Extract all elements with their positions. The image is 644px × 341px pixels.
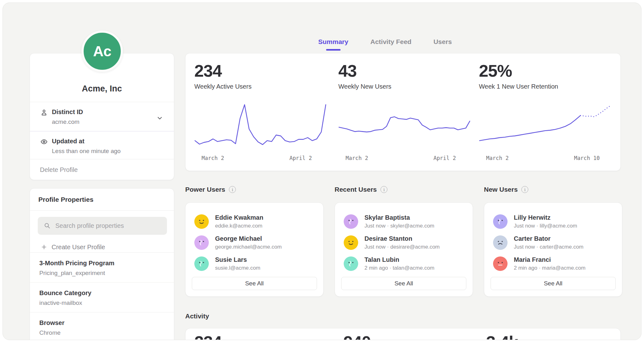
info-icon[interactable]: i bbox=[521, 186, 528, 193]
chart-x-axis: March 2 April 2 bbox=[194, 155, 326, 164]
info-icon[interactable]: i bbox=[380, 186, 387, 193]
user-row[interactable]: Susie Lars susie.l@acme.com bbox=[194, 253, 323, 274]
axis-tick: March 2 bbox=[486, 155, 509, 161]
power-users-card: Eddie Kwakman eddie.k@acme.com George Mi… bbox=[185, 202, 324, 297]
new-users-header: New Users i bbox=[484, 186, 622, 193]
property-name: Bounce Category bbox=[39, 289, 166, 297]
property-value: Pricing_plan_experiment bbox=[39, 270, 166, 277]
property-value: Chrome bbox=[39, 329, 166, 336]
activity-card: 234 940 3.4k bbox=[185, 328, 621, 340]
property-row: Browser Chrome bbox=[30, 312, 174, 340]
user-avatar bbox=[344, 235, 358, 250]
user-avatar bbox=[493, 214, 508, 229]
user-row[interactable]: Maria Franci 2 min ago · maria@acme.com bbox=[493, 253, 622, 274]
activity-stat: 3.4k bbox=[486, 332, 518, 340]
see-all-button[interactable]: See All bbox=[491, 277, 616, 290]
user-name: George Michael bbox=[215, 235, 282, 242]
user-detail: Just now · lilly@acme.com bbox=[514, 223, 577, 229]
property-name: Browser bbox=[39, 319, 166, 327]
user-row[interactable]: Lilly Herwitz Just now · lilly@acme.com bbox=[493, 211, 622, 232]
tab-summary[interactable]: Summary bbox=[318, 38, 348, 51]
user-name: Desirae Stanton bbox=[364, 235, 440, 242]
user-row[interactable]: Talan Lubin 2 min ago · talan@acme.com bbox=[344, 253, 473, 274]
stat-label: Weekly New Users bbox=[338, 83, 470, 90]
see-all-button[interactable]: See All bbox=[192, 277, 317, 290]
user-row[interactable]: Skylar Baptista Just now · skyler@acme.c… bbox=[344, 211, 473, 232]
summary-stats-card: 234 Weekly Active Users March 2 April 2 … bbox=[185, 53, 621, 171]
axis-tick: March 10 bbox=[574, 155, 600, 161]
activity-stat: 234 bbox=[194, 332, 222, 340]
user-name: Lilly Herwitz bbox=[514, 214, 577, 221]
user-detail: susie.l@acme.com bbox=[215, 265, 260, 271]
updated-at-row: Updated at Less than one minute ago bbox=[30, 131, 174, 159]
face-icon bbox=[197, 217, 206, 226]
see-all-button[interactable]: See All bbox=[341, 277, 466, 290]
distinct-id-value: acme.com bbox=[52, 118, 166, 125]
create-user-profile-label: Create User Profile bbox=[52, 244, 105, 251]
user-name: Eddie Kwakman bbox=[215, 214, 263, 221]
user-detail: eddie.k@acme.com bbox=[215, 223, 263, 229]
weekly-new-users-chart bbox=[338, 102, 470, 152]
profile-card: Acme, Inc Distinct ID acme.com Updated a… bbox=[30, 53, 174, 180]
person-icon bbox=[40, 109, 48, 116]
distinct-id-row: Distinct ID acme.com bbox=[30, 102, 174, 131]
user-avatar bbox=[194, 235, 209, 250]
activity-stat: 940 bbox=[343, 332, 371, 340]
user-detail: Just now · carter@acme.com bbox=[514, 244, 583, 250]
user-row[interactable]: Carter Bator Just now · carter@acme.com bbox=[493, 232, 622, 253]
power-users-header: Power Users i bbox=[185, 186, 324, 193]
user-name: Susie Lars bbox=[215, 256, 260, 263]
user-name: Carter Bator bbox=[514, 235, 583, 242]
profile-properties-card: Profile Properties Create User Profile 3… bbox=[30, 188, 174, 340]
face-icon bbox=[346, 217, 356, 226]
stat-number: 234 bbox=[194, 62, 326, 79]
tab-users[interactable]: Users bbox=[433, 38, 452, 51]
info-icon[interactable]: i bbox=[229, 186, 236, 193]
user-name: Talan Lubin bbox=[364, 256, 434, 263]
retention-chart bbox=[479, 102, 611, 152]
axis-tick: April 2 bbox=[289, 155, 312, 161]
weekly-new-users-stat: 43 Weekly New Users March 2 April 2 bbox=[338, 62, 470, 164]
recent-users-card: Skylar Baptista Just now · skyler@acme.c… bbox=[335, 202, 473, 297]
user-avatar bbox=[344, 256, 358, 271]
retention-stat: 25% Week 1 New User Retention March 2 Ma… bbox=[479, 62, 611, 164]
weekly-active-users-stat: 234 Weekly Active Users March 2 April 2 bbox=[194, 62, 326, 164]
distinct-id-label: Distinct ID bbox=[52, 108, 166, 116]
stat-label: Week 1 New User Retention bbox=[479, 83, 611, 90]
property-name: 3-Month Pricing Program bbox=[39, 260, 166, 267]
section-title: Recent Users bbox=[335, 186, 377, 193]
chevron-down-icon[interactable] bbox=[156, 115, 163, 122]
activity-title: Activity bbox=[185, 312, 209, 320]
user-row[interactable]: George Michael george.michael@acme.com bbox=[194, 232, 323, 253]
user-avatar bbox=[493, 235, 508, 250]
profile-properties-title: Profile Properties bbox=[30, 189, 174, 211]
recent-users-header: Recent Users i bbox=[335, 186, 473, 193]
user-avatar bbox=[194, 256, 209, 271]
user-detail: Just now · desirare@acme.com bbox=[364, 244, 440, 250]
weekly-active-users-chart bbox=[194, 102, 326, 152]
plus-icon bbox=[41, 244, 47, 250]
user-avatar bbox=[493, 256, 508, 271]
search-wrap bbox=[38, 217, 166, 235]
user-name: Maria Franci bbox=[514, 256, 586, 263]
property-row: 3-Month Pricing Program Pricing_plan_exp… bbox=[30, 252, 174, 282]
eye-icon bbox=[40, 138, 48, 146]
property-row: Bounce Category inactive-mailbox bbox=[30, 282, 174, 312]
chart-x-axis: March 2 March 10 bbox=[479, 155, 611, 164]
tab-activity-feed[interactable]: Activity Feed bbox=[370, 38, 412, 51]
face-icon bbox=[197, 238, 206, 247]
axis-tick: April 2 bbox=[433, 155, 456, 161]
delete-profile-button[interactable]: Delete Profile bbox=[30, 159, 174, 180]
user-detail: 2 min ago · talan@acme.com bbox=[364, 265, 434, 271]
user-row[interactable]: Desirae Stanton Just now · desirare@acme… bbox=[344, 232, 473, 253]
user-row[interactable]: Eddie Kwakman eddie.k@acme.com bbox=[194, 211, 323, 232]
search-input[interactable] bbox=[38, 217, 167, 235]
face-icon bbox=[346, 238, 356, 247]
user-detail: george.michael@acme.com bbox=[215, 244, 282, 250]
user-avatar bbox=[194, 214, 209, 229]
section-title: Power Users bbox=[185, 186, 225, 193]
updated-at-value: Less than one minute ago bbox=[52, 148, 166, 155]
create-user-profile-button[interactable]: Create User Profile bbox=[41, 242, 174, 252]
company-avatar: Ac bbox=[81, 30, 123, 72]
stat-label: Weekly Active Users bbox=[194, 83, 326, 90]
